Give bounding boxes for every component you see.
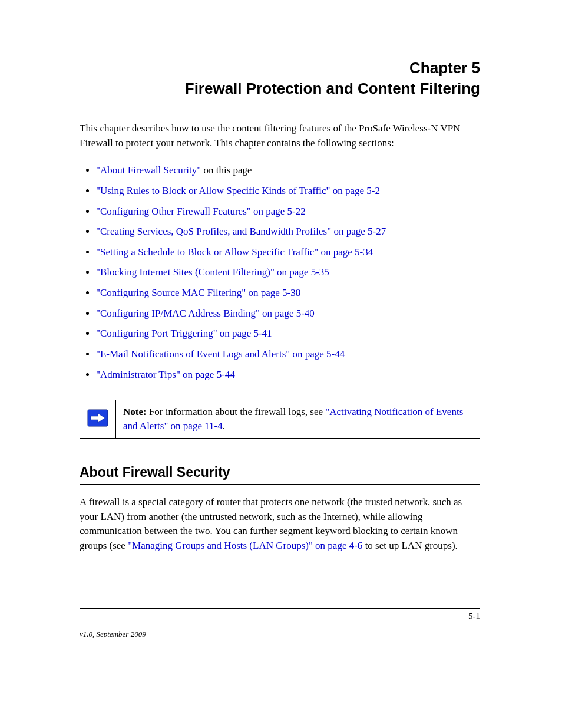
list-item: "Administrator Tips" on page 5-44 (96, 368, 480, 383)
chapter-label: Chapter 5 (80, 59, 480, 77)
note-text: Note: For information about the firewall… (123, 406, 463, 431)
section-paragraph: A firewall is a special category of rout… (80, 495, 480, 554)
list-item: "Configuring Source MAC Filtering" on pa… (96, 286, 480, 301)
page-number: 5-1 (80, 611, 480, 621)
list-item: "Using Rules to Block or Allow Specific … (96, 184, 480, 199)
xref-link[interactable]: "Creating Services, QoS Profiles, and Ba… (96, 226, 386, 237)
xref-link[interactable]: "Configuring Port Triggering" on page 5-… (96, 328, 272, 339)
chapter-title: Firewall Protection and Content Filterin… (80, 80, 480, 98)
xref-link[interactable]: "Configuring Other Firewall Features" on… (96, 206, 306, 217)
xref-link[interactable]: "About Firewall Security" (96, 164, 201, 176)
xref-link[interactable]: "E-Mail Notifications of Event Logs and … (96, 348, 345, 360)
xref-link[interactable]: "Blocking Internet Sites (Content Filter… (96, 266, 329, 278)
xref-link[interactable]: "Configuring IP/MAC Address Binding" on … (96, 308, 315, 319)
page-footer: 5-1 v1.0, September 2009 (80, 608, 480, 639)
list-item: "Setting a Schedule to Block or Allow Sp… (96, 245, 480, 260)
list-item: "Creating Services, QoS Profiles, and Ba… (96, 225, 480, 239)
note-text-cell: Note: For information about the firewall… (116, 400, 480, 439)
xref-link[interactable]: "Managing Groups and Hosts (LAN Groups)"… (128, 540, 362, 551)
xref-link[interactable]: "Configuring Source MAC Filtering" on pa… (96, 287, 300, 298)
note-label: Note: (123, 406, 147, 417)
list-item-suffix: on this page (201, 164, 252, 176)
page: Chapter 5 Firewall Protection and Conten… (0, 0, 562, 728)
section-rule (80, 484, 480, 485)
note-body: For information about the firewall logs,… (147, 406, 326, 417)
intro-paragraph: This chapter describes how to use the co… (80, 121, 480, 150)
footer-rule (80, 608, 480, 609)
xref-link[interactable]: "Setting a Schedule to Block or Allow Sp… (96, 246, 373, 258)
version-string: v1.0, September 2009 (80, 630, 480, 639)
arrow-right-icon (87, 409, 108, 429)
section-body-tail: to set up LAN groups). (362, 540, 457, 551)
xref-link[interactable]: "Using Rules to Block or Allow Specific … (96, 185, 380, 196)
content-area: Chapter 5 Firewall Protection and Conten… (80, 59, 480, 566)
list-item: "About Firewall Security" on this page (96, 163, 480, 178)
list-item: "Configuring IP/MAC Address Binding" on … (96, 307, 480, 321)
list-item: "Blocking Internet Sites (Content Filter… (96, 265, 480, 280)
note-icon-cell (80, 400, 116, 439)
list-item: "Configuring Other Firewall Features" on… (96, 205, 480, 219)
section-heading: About Firewall Security (80, 465, 480, 480)
note-box: Note: For information about the firewall… (80, 400, 480, 439)
list-item: "Configuring Port Triggering" on page 5-… (96, 327, 480, 341)
xref-link[interactable]: "Administrator Tips" on page 5-44 (96, 369, 235, 380)
toc-list: "About Firewall Security" on this page "… (80, 163, 480, 382)
list-item: "E-Mail Notifications of Event Logs and … (96, 347, 480, 362)
note-trail: . (223, 420, 225, 431)
